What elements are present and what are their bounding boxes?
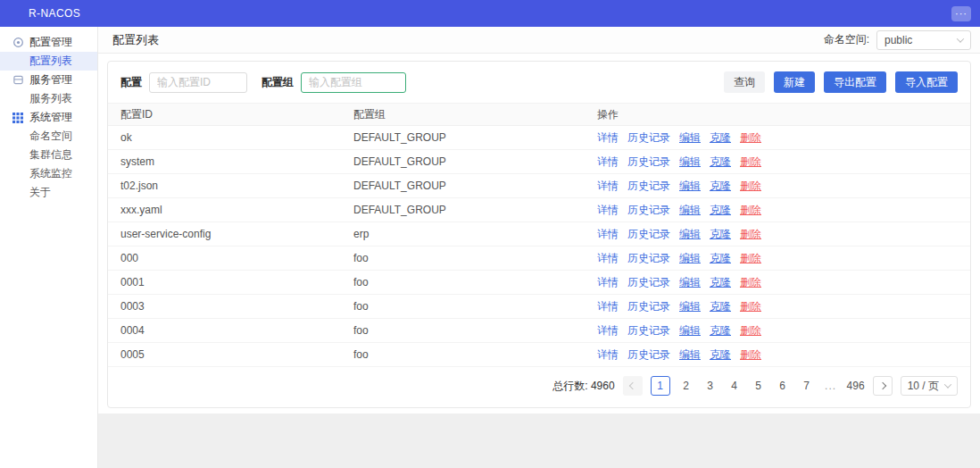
clone-link[interactable]: 克隆 <box>710 227 731 242</box>
config-group-cell: foo <box>341 276 585 288</box>
row-actions: 详情 历史记录 编辑 克隆 删除 <box>585 203 970 218</box>
table-row: 000 foo 详情 历史记录 编辑 克隆 删除 <box>108 247 970 271</box>
delete-link[interactable]: 删除 <box>740 275 761 290</box>
history-link[interactable]: 历史记录 <box>627 179 670 194</box>
next-page-button[interactable] <box>873 376 893 396</box>
sidebar-item-config-list[interactable]: 配置列表 <box>0 52 97 71</box>
detail-link[interactable]: 详情 <box>597 275 619 290</box>
page-number-4[interactable]: 4 <box>727 380 743 392</box>
detail-link[interactable]: 详情 <box>597 251 619 266</box>
history-link[interactable]: 历史记录 <box>627 155 670 170</box>
clone-link[interactable]: 克隆 <box>710 155 731 170</box>
namespace-select[interactable]: public <box>876 30 971 50</box>
edit-link[interactable]: 编辑 <box>679 203 701 218</box>
more-menu-button[interactable]: ··· <box>951 6 971 21</box>
prev-page-button[interactable] <box>623 376 643 396</box>
detail-link[interactable]: 详情 <box>597 347 619 363</box>
service-icon <box>12 74 24 87</box>
table-row: t02.json DEFAULT_GROUP 详情 历史记录 编辑 克隆 删除 <box>108 174 970 198</box>
config-id-input[interactable] <box>149 72 247 93</box>
page-number-2[interactable]: 2 <box>678 380 694 392</box>
sidebar-item-namespace[interactable]: 命名空间 <box>0 127 97 146</box>
sidebar-item-config-management[interactable]: 配置管理 <box>0 33 97 52</box>
detail-link[interactable]: 详情 <box>597 179 619 194</box>
sidebar-item-system-monitor[interactable]: 系统监控 <box>0 164 97 183</box>
clone-link[interactable]: 克隆 <box>710 179 731 194</box>
page-number-7[interactable]: 7 <box>799 380 815 392</box>
history-link[interactable]: 历史记录 <box>627 347 670 363</box>
import-config-button[interactable]: 导入配置 <box>895 71 958 93</box>
sidebar-item-cluster-info[interactable]: 集群信息 <box>0 146 97 164</box>
config-id-cell: 0004 <box>108 324 341 337</box>
config-group-cell: DEFAULT_GROUP <box>341 155 585 168</box>
detail-link[interactable]: 详情 <box>597 155 619 170</box>
page-size-value: 10 / 页 <box>908 379 939 394</box>
sidebar-item-service-management[interactable]: 服务管理 <box>0 71 97 89</box>
delete-link[interactable]: 删除 <box>740 155 761 170</box>
edit-link[interactable]: 编辑 <box>679 130 701 146</box>
delete-link[interactable]: 删除 <box>740 299 761 314</box>
clone-link[interactable]: 克隆 <box>710 203 731 218</box>
history-link[interactable]: 历史记录 <box>627 323 670 338</box>
clone-link[interactable]: 克隆 <box>710 130 731 146</box>
detail-link[interactable]: 详情 <box>597 323 619 338</box>
column-header-actions: 操作 <box>585 107 970 122</box>
history-link[interactable]: 历史记录 <box>627 275 670 290</box>
edit-link[interactable]: 编辑 <box>679 299 701 314</box>
row-actions: 详情 历史记录 编辑 克隆 删除 <box>585 251 970 266</box>
page-number-1[interactable]: 1 <box>651 376 670 396</box>
sidebar-item-label: 关于 <box>29 185 51 200</box>
clone-link[interactable]: 克隆 <box>710 299 731 314</box>
history-link[interactable]: 历史记录 <box>627 299 670 314</box>
clone-link[interactable]: 克隆 <box>710 347 731 363</box>
page-size-select[interactable]: 10 / 页 <box>901 376 958 396</box>
config-group-input[interactable] <box>301 72 406 93</box>
edit-link[interactable]: 编辑 <box>679 155 701 170</box>
sidebar-item-label: 系统监控 <box>29 166 72 181</box>
delete-link[interactable]: 删除 <box>740 130 761 146</box>
sidebar-item-about[interactable]: 关于 <box>0 183 97 202</box>
config-icon <box>12 37 24 49</box>
detail-link[interactable]: 详情 <box>597 299 619 314</box>
history-link[interactable]: 历史记录 <box>627 251 670 266</box>
delete-link[interactable]: 删除 <box>740 179 761 194</box>
sidebar-item-label: 服务管理 <box>29 72 72 88</box>
page-number-6[interactable]: 6 <box>775 380 791 392</box>
page-number-5[interactable]: 5 <box>751 380 767 392</box>
history-link[interactable]: 历史记录 <box>627 130 670 146</box>
page-number-496[interactable]: 496 <box>847 380 865 392</box>
query-button[interactable]: 查询 <box>724 71 765 93</box>
edit-link[interactable]: 编辑 <box>679 275 701 290</box>
app-logo: R-NACOS <box>29 7 80 20</box>
config-group-cell: foo <box>341 324 585 337</box>
detail-link[interactable]: 详情 <box>597 227 619 242</box>
edit-link[interactable]: 编辑 <box>679 251 701 266</box>
history-link[interactable]: 历史记录 <box>627 203 670 218</box>
clone-link[interactable]: 克隆 <box>710 275 731 290</box>
page-number-3[interactable]: 3 <box>702 380 718 392</box>
delete-link[interactable]: 删除 <box>740 227 761 242</box>
table-row: user-service-config erp 详情 历史记录 编辑 克隆 删除 <box>108 222 970 247</box>
delete-link[interactable]: 删除 <box>740 347 761 363</box>
page-ellipsis[interactable]: ... <box>823 380 839 392</box>
detail-link[interactable]: 详情 <box>597 203 619 218</box>
export-config-button[interactable]: 导出配置 <box>824 71 886 93</box>
edit-link[interactable]: 编辑 <box>679 347 701 363</box>
detail-link[interactable]: 详情 <box>597 130 619 146</box>
table-row: xxx.yaml DEFAULT_GROUP 详情 历史记录 编辑 克隆 删除 <box>108 198 970 222</box>
create-button[interactable]: 新建 <box>774 71 815 93</box>
sidebar-item-label: 配置列表 <box>29 54 72 69</box>
history-link[interactable]: 历史记录 <box>627 227 670 242</box>
sidebar-item-system-management[interactable]: 系统管理 <box>0 108 97 127</box>
delete-link[interactable]: 删除 <box>740 251 761 266</box>
row-actions: 详情 历史记录 编辑 克隆 删除 <box>585 347 970 363</box>
clone-link[interactable]: 克隆 <box>710 251 731 266</box>
edit-link[interactable]: 编辑 <box>679 227 701 242</box>
delete-link[interactable]: 删除 <box>740 323 761 338</box>
config-table: 配置ID 配置组 操作 ok DEFAULT_GROUP 详情 历史记录 编辑 … <box>108 103 970 367</box>
clone-link[interactable]: 克隆 <box>710 323 731 338</box>
delete-link[interactable]: 删除 <box>740 203 761 218</box>
edit-link[interactable]: 编辑 <box>679 179 701 194</box>
sidebar-item-service-list[interactable]: 服务列表 <box>0 89 97 108</box>
edit-link[interactable]: 编辑 <box>679 323 701 338</box>
